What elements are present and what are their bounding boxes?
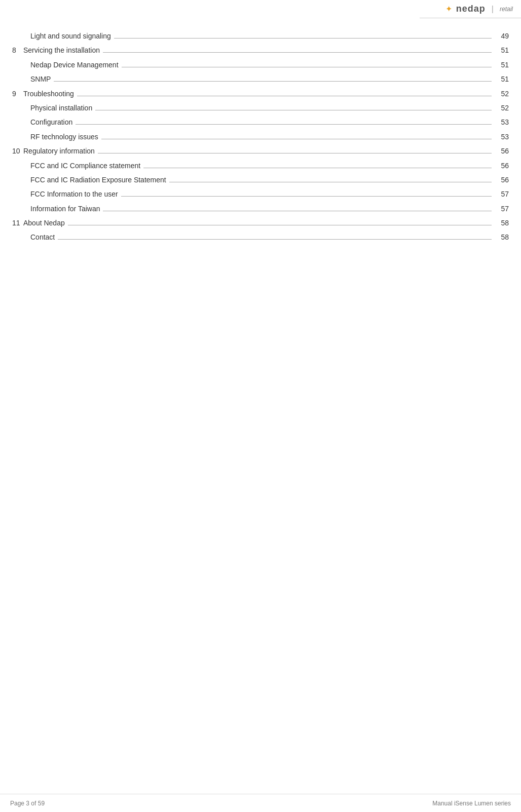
toc-dots xyxy=(121,196,492,197)
logo-retail: retail xyxy=(500,6,513,13)
toc-subsection-label: FCC Information to the user xyxy=(30,188,118,200)
toc-section-number: 11 xyxy=(12,217,23,228)
toc-dots xyxy=(58,239,492,240)
toc-dots xyxy=(143,168,492,168)
toc-dots xyxy=(77,96,492,96)
toc-dots xyxy=(76,124,492,125)
toc-page-number: 57 xyxy=(495,203,509,214)
toc-page-number: 56 xyxy=(495,160,509,171)
toc-dots xyxy=(114,38,492,38)
list-item: Physical installation52 xyxy=(12,102,509,113)
toc-dots xyxy=(101,139,492,139)
toc-subsection-label: Physical installation xyxy=(30,102,92,113)
list-item: FCC Information to the user57 xyxy=(12,188,509,200)
toc-page-number: 53 xyxy=(495,131,509,142)
list-item: FCC and IC Radiation Exposure Statement5… xyxy=(12,174,509,185)
toc-subsection-label: Nedap Device Management xyxy=(30,59,119,70)
toc-dots xyxy=(103,211,492,211)
toc-section-label: About Nedap xyxy=(23,217,65,228)
toc-dots xyxy=(98,153,492,153)
toc-page-number: 51 xyxy=(495,59,509,70)
logo-divider: | xyxy=(492,5,494,14)
toc-subsection-label: Information for Taiwan xyxy=(30,203,100,214)
list-item: Information for Taiwan57 xyxy=(12,203,509,214)
toc-dots xyxy=(54,81,492,82)
toc-subsection-label: FCC and IC Compliance statement xyxy=(30,160,140,171)
toc-page-number: 56 xyxy=(495,145,509,157)
toc-page-number: 52 xyxy=(495,88,509,99)
header: ✦ nedap | retail xyxy=(420,0,521,18)
toc-subsection-label: Contact xyxy=(30,231,55,243)
toc-subsection-label: RF technology issues xyxy=(30,131,98,142)
toc-subsection-label: Configuration xyxy=(30,117,72,128)
toc-page-number: 56 xyxy=(495,174,509,185)
footer-document-title: Manual iSense Lumen series xyxy=(432,800,511,807)
footer-page-number: Page 3 of 59 xyxy=(10,800,45,807)
toc-dots xyxy=(95,110,492,110)
toc-page-number: 58 xyxy=(495,217,509,228)
toc-page-number: 58 xyxy=(495,231,509,243)
toc-section-number: 8 xyxy=(12,45,23,56)
list-item: 10Regulatory information56 xyxy=(12,145,509,157)
footer: Page 3 of 59 Manual iSense Lumen series xyxy=(0,794,521,812)
toc-page-number: 57 xyxy=(495,188,509,200)
list-item: 11About Nedap58 xyxy=(12,217,509,228)
toc-page-number: 49 xyxy=(495,30,509,42)
toc-dots xyxy=(103,52,492,53)
list-item: 8Servicing the installation51 xyxy=(12,45,509,56)
toc-page-number: 53 xyxy=(495,117,509,128)
list-item: Configuration53 xyxy=(12,117,509,128)
toc-dots xyxy=(169,182,492,182)
toc-section-number: 9 xyxy=(12,88,23,99)
list-item: Nedap Device Management51 xyxy=(12,59,509,70)
list-item: RF technology issues53 xyxy=(12,131,509,142)
toc-section-label: Troubleshooting xyxy=(23,88,74,99)
toc-subsection-label: SNMP xyxy=(30,73,51,85)
logo-text: nedap xyxy=(456,4,486,14)
toc-page-number: 51 xyxy=(495,73,509,85)
toc-section-number: 10 xyxy=(12,145,23,157)
list-item: Contact58 xyxy=(12,231,509,243)
logo-star-icon: ✦ xyxy=(445,4,452,14)
toc-subsection-label: Light and sound signaling xyxy=(30,30,111,42)
toc-dots xyxy=(122,67,492,67)
toc-page-number: 51 xyxy=(495,45,509,56)
table-of-contents: Light and sound signaling498Servicing th… xyxy=(12,30,509,246)
toc-section-label: Servicing the installation xyxy=(23,45,100,56)
list-item: Light and sound signaling49 xyxy=(12,30,509,42)
toc-page-number: 52 xyxy=(495,102,509,113)
list-item: 9Troubleshooting52 xyxy=(12,88,509,99)
list-item: FCC and IC Compliance statement56 xyxy=(12,160,509,171)
toc-subsection-label: FCC and IC Radiation Exposure Statement xyxy=(30,174,166,185)
toc-section-label: Regulatory information xyxy=(23,145,95,157)
logo: ✦ nedap | retail xyxy=(445,4,513,14)
toc-dots xyxy=(68,225,492,225)
list-item: SNMP51 xyxy=(12,73,509,85)
